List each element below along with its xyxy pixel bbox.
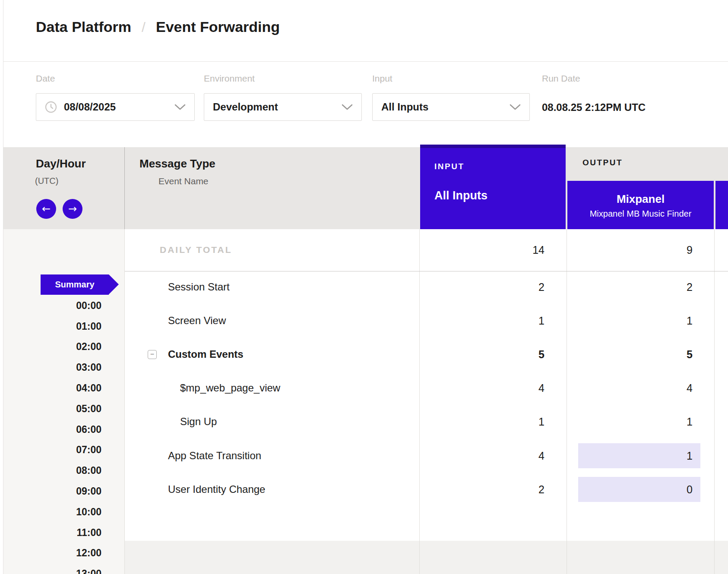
collapse-minus-icon[interactable]: − — [148, 350, 157, 359]
hour-row-label: 06:00 — [26, 424, 101, 435]
input-cell: 4 — [538, 382, 544, 394]
header-column-divider — [124, 147, 125, 229]
highlighted-cell-user-identity-change[interactable] — [578, 477, 700, 502]
breadcrumb: Data Platform / Event Forwarding — [36, 19, 280, 35]
input-cell: 1 — [538, 314, 544, 327]
row-label: $mp_web_page_view — [180, 382, 280, 394]
input-value: All Inputs — [381, 101, 428, 113]
output-column-subtitle: Mixpanel MB Music Finder — [567, 209, 714, 219]
output-column-header-mixpanel[interactable]: Mixpanel Mixpanel MB Music Finder — [567, 181, 714, 229]
input-cell: 2 — [538, 281, 544, 293]
column-divider — [567, 229, 567, 574]
column-divider — [714, 229, 715, 574]
output-cell: 1 — [687, 415, 693, 428]
event-forwarding-page: Data Platform / Event Forwarding Date En… — [0, 0, 728, 574]
daily-total-label: DAILY TOTAL — [160, 245, 232, 255]
hour-row-label: 11:00 — [26, 527, 101, 538]
date-filter-label: Date — [36, 73, 55, 84]
input-eyebrow: INPUT — [434, 162, 465, 171]
daily-total-divider — [125, 271, 728, 271]
input-filter-label: Input — [372, 73, 392, 84]
next-day-button[interactable]: → — [63, 199, 82, 219]
summary-row-tab[interactable]: Summary — [41, 274, 109, 295]
previous-day-button[interactable]: ← — [36, 199, 56, 219]
day-hour-header: Day/Hour — [36, 157, 86, 170]
hour-row-label: 02:00 — [26, 341, 101, 352]
daily-total-input-value: 14 — [532, 243, 544, 256]
arrow-right-icon: → — [68, 203, 77, 215]
output-cell: 5 — [687, 348, 693, 361]
hour-row-label: 12:00 — [26, 547, 101, 558]
output-cell: 2 — [687, 281, 693, 293]
table-footer-band — [125, 541, 728, 574]
input-column-header[interactable]: INPUT All Inputs — [420, 145, 566, 229]
output-cell: 4 — [687, 382, 693, 394]
chevron-down-icon — [342, 104, 353, 110]
input-column-title: All Inputs — [434, 189, 487, 202]
row-label: User Identity Change — [168, 483, 265, 495]
hour-row-label: 04:00 — [26, 382, 101, 394]
hour-row-label: 01:00 — [26, 321, 101, 332]
date-value: 08/08/2025 — [64, 101, 116, 113]
page-title: Event Forwarding — [156, 19, 280, 35]
arrow-left-icon: ← — [42, 203, 51, 215]
chevron-down-icon — [174, 104, 186, 110]
hour-row-label: 09:00 — [26, 486, 101, 497]
column-divider — [419, 229, 420, 574]
row-label: Custom Events — [168, 348, 244, 360]
chevron-down-icon — [510, 104, 521, 110]
day-hour-timezone: (UTC) — [35, 176, 58, 186]
output-column-title: Mixpanel — [567, 192, 714, 206]
event-name-subheader: Event Name — [158, 176, 209, 186]
date-dropdown[interactable]: 08/08/2025 — [36, 93, 195, 121]
input-cell: 2 — [538, 483, 544, 496]
clock-icon — [45, 101, 57, 113]
column-divider — [124, 229, 125, 574]
input-cell: 1 — [538, 415, 544, 428]
output-eyebrow: OUTPUT — [582, 158, 623, 167]
row-label: App State Transition — [168, 450, 261, 462]
highlighted-cell-app-state-transition[interactable] — [578, 443, 700, 468]
hour-row-label: 08:00 — [26, 465, 101, 476]
hour-row-label: 03:00 — [26, 362, 101, 373]
environment-filter-label: Environment — [204, 73, 255, 84]
summary-label: Summary — [55, 280, 94, 290]
input-column-top-strip — [420, 145, 566, 148]
hour-row-label: 05:00 — [26, 403, 101, 414]
environment-value: Development — [213, 101, 278, 113]
output-cell: 1 — [687, 449, 693, 462]
environment-dropdown[interactable]: Development — [204, 93, 362, 121]
hour-row-label: 00:00 — [26, 300, 101, 311]
hour-row-label: 10:00 — [26, 506, 101, 517]
output-cell: 0 — [687, 483, 693, 496]
row-label: Session Start — [168, 281, 230, 293]
daily-total-output-value: 9 — [687, 243, 693, 256]
summary-tab-arrow-tip — [109, 274, 119, 294]
message-type-header: Message Type — [139, 157, 215, 170]
hour-row-label: 13:00 — [26, 568, 101, 574]
input-cell: 4 — [538, 449, 544, 462]
hour-row-label: 07:00 — [26, 444, 101, 455]
header-divider — [3, 61, 728, 62]
output-cell: 1 — [687, 314, 693, 327]
run-date-label: Run Date — [542, 73, 580, 84]
run-date-value: 08.08.25 2:12PM UTC — [542, 101, 646, 114]
output-column-header-partial[interactable] — [715, 181, 728, 229]
input-dropdown[interactable]: All Inputs — [372, 93, 530, 121]
breadcrumb-section[interactable]: Data Platform — [36, 19, 131, 35]
breadcrumb-separator: / — [142, 19, 146, 35]
row-label: Screen View — [168, 315, 226, 327]
row-label: Sign Up — [180, 416, 217, 428]
input-cell: 5 — [538, 348, 544, 361]
